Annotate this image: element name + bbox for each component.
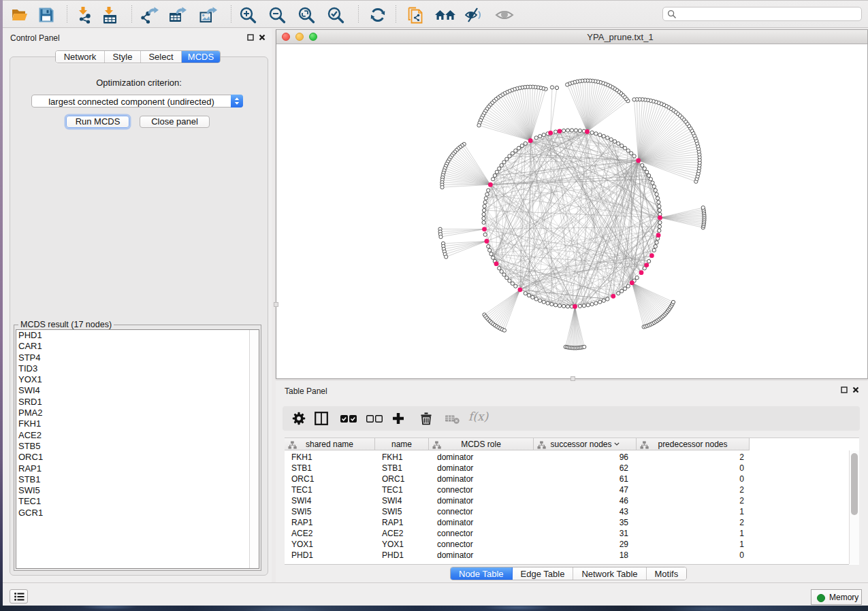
search-input[interactable]	[679, 8, 856, 20]
ring-node[interactable]	[524, 142, 527, 145]
ring-node[interactable]	[654, 245, 657, 248]
leaf-node[interactable]	[439, 235, 443, 238]
ring-node[interactable]	[527, 293, 530, 297]
tab-motifs[interactable]: Motifs	[647, 567, 687, 580]
network-graph[interactable]	[276, 44, 867, 378]
close-panel-icon[interactable]	[852, 386, 859, 393]
ring-node[interactable]	[658, 225, 661, 228]
result-node[interactable]: ACE2	[16, 430, 259, 441]
result-node[interactable]: STB5	[16, 441, 259, 452]
ring-node[interactable]	[482, 212, 485, 216]
mcds-hub-node[interactable]	[630, 280, 634, 285]
table-row[interactable]: TEC1TEC1connector472	[285, 484, 849, 495]
ring-node[interactable]	[566, 305, 569, 308]
ring-node[interactable]	[491, 256, 494, 259]
result-node[interactable]: STP4	[16, 352, 259, 363]
ring-node[interactable]	[626, 149, 630, 152]
ring-node[interactable]	[641, 163, 644, 167]
result-node[interactable]: STB1	[16, 474, 259, 485]
ring-node[interactable]	[554, 303, 558, 307]
mcds-hub-node[interactable]	[548, 131, 553, 135]
mcds-hub-node[interactable]	[649, 253, 654, 258]
ring-node[interactable]	[626, 284, 630, 288]
hide-detail-icon[interactable]	[465, 6, 483, 24]
tab-style[interactable]: Style	[105, 51, 141, 63]
ring-node[interactable]	[582, 304, 585, 308]
table-row[interactable]: ACE2ACE2connector311	[285, 528, 849, 539]
result-node[interactable]: ORC1	[16, 452, 259, 463]
ring-node[interactable]	[505, 157, 509, 161]
ring-node[interactable]	[531, 295, 534, 299]
ring-node[interactable]	[649, 178, 652, 181]
zoom-selected-icon[interactable]	[327, 6, 344, 24]
result-node[interactable]: SRD1	[16, 397, 259, 408]
ring-node[interactable]	[620, 289, 624, 293]
ring-node[interactable]	[482, 208, 485, 212]
ring-node[interactable]	[623, 287, 626, 291]
leaf-node[interactable]	[671, 300, 675, 303]
ring-node[interactable]	[606, 136, 609, 139]
ring-node[interactable]	[489, 252, 493, 256]
ring-node[interactable]	[482, 220, 485, 224]
ring-node[interactable]	[487, 245, 490, 248]
split-grip-horizontal[interactable]	[570, 376, 575, 381]
deselect-all-icon[interactable]	[366, 412, 383, 425]
result-scrollbar[interactable]	[249, 330, 259, 568]
network-canvas[interactable]	[276, 44, 867, 378]
ring-node[interactable]	[491, 178, 494, 181]
copy-share-icon[interactable]	[406, 6, 424, 24]
ring-node[interactable]	[524, 291, 527, 295]
ring-node[interactable]	[534, 297, 538, 301]
ring-node[interactable]	[482, 216, 485, 220]
table-row[interactable]: ORC1ORC1dominator610	[285, 474, 849, 484]
ring-node[interactable]	[483, 201, 487, 204]
mcds-hub-node[interactable]	[656, 233, 661, 237]
mcds-hub-node[interactable]	[611, 294, 615, 299]
leaf-node[interactable]	[477, 124, 481, 127]
mcds-hub-node[interactable]	[558, 129, 562, 133]
function-builder-icon[interactable]: f(x)	[468, 410, 488, 423]
ring-node[interactable]	[483, 204, 486, 208]
ring-node[interactable]	[534, 136, 538, 139]
ring-node[interactable]	[520, 144, 524, 148]
ring-node[interactable]	[652, 248, 656, 252]
column-header-predecessor-nodes[interactable]: predecessor nodes	[637, 438, 750, 450]
ring-node[interactable]	[645, 170, 648, 174]
ring-node[interactable]	[484, 197, 487, 200]
table-row[interactable]: YOX1YOX1connector291	[285, 539, 849, 550]
ring-node[interactable]	[495, 170, 498, 174]
result-node[interactable]: CAR1	[16, 341, 259, 352]
export-table-icon[interactable]	[169, 6, 187, 24]
ring-node[interactable]	[602, 299, 605, 302]
mcds-hub-node[interactable]	[636, 159, 641, 163]
import-table-icon[interactable]	[101, 6, 118, 24]
leaf-node[interactable]	[502, 329, 506, 332]
column-header-successor-nodes[interactable]: successor nodes	[534, 438, 637, 450]
result-node[interactable]: TEC1	[16, 496, 259, 507]
ring-node[interactable]	[562, 304, 565, 308]
ring-node[interactable]	[594, 301, 598, 305]
zoom-fit-icon[interactable]	[298, 6, 315, 24]
result-node[interactable]: SWI4	[16, 385, 259, 396]
result-node[interactable]: PHD1	[16, 330, 259, 341]
ring-node[interactable]	[508, 279, 511, 282]
ring-node[interactable]	[558, 304, 561, 308]
ring-node[interactable]	[658, 220, 662, 224]
tab-select[interactable]: Select	[141, 51, 182, 63]
mcds-hub-node[interactable]	[585, 129, 590, 134]
select-all-icon[interactable]	[340, 412, 357, 425]
ring-node[interactable]	[566, 129, 569, 132]
table-row[interactable]: STB1STB1dominator620	[285, 463, 849, 474]
mcds-hub-node[interactable]	[518, 287, 523, 292]
import-network-icon[interactable]	[75, 6, 93, 24]
result-node[interactable]: TID3	[16, 363, 259, 374]
ring-node[interactable]	[598, 300, 602, 303]
leaf-node[interactable]	[583, 345, 586, 348]
ring-node[interactable]	[514, 284, 517, 288]
tab-node-table[interactable]: Node Table	[451, 567, 513, 580]
zoom-in-icon[interactable]	[239, 6, 257, 24]
ring-node[interactable]	[483, 233, 487, 236]
ring-node[interactable]	[487, 188, 490, 192]
ring-node[interactable]	[590, 131, 594, 134]
table-row[interactable]: SWI5SWI5connector431	[285, 506, 849, 517]
